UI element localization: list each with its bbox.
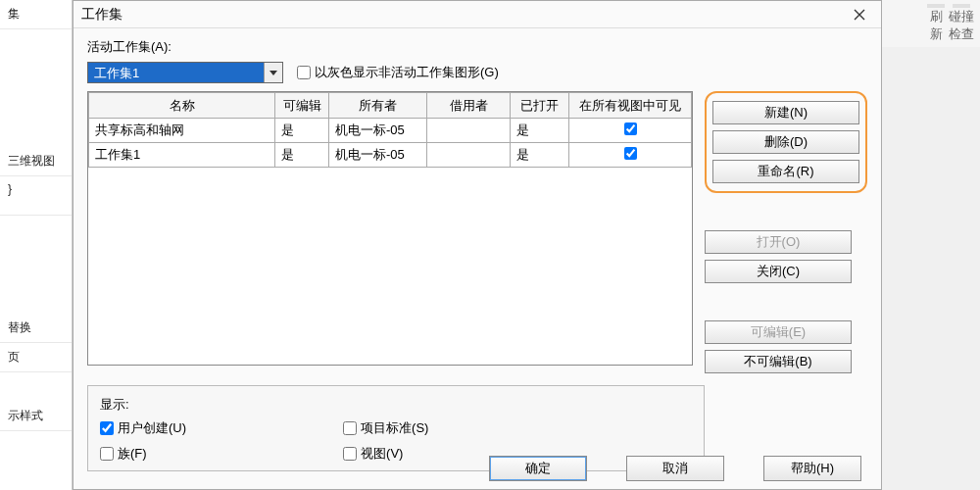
gray-nonactive-label: 以灰色显示非活动工作集图形(G) [315,64,499,81]
table-row[interactable]: 工作集1 是 机电一标-05 是 [89,143,692,168]
bg-item: } [0,176,72,216]
noneditable-button[interactable]: 不可编辑(B) [705,350,852,373]
cell-borrower [427,119,511,143]
col-visible[interactable]: 在所有视图中可见 [569,93,692,119]
open-button[interactable]: 打开(O) [705,230,852,254]
table-row[interactable]: 共享标高和轴网 是 机电一标-05 是 [89,119,692,143]
display-title: 显示: [100,396,692,414]
dialog-footer: 确定 取消 帮助(H) [489,456,861,481]
cell-editable: 是 [275,119,329,143]
bg-item: 示样式 [0,402,72,431]
close-icon [854,9,865,21]
delete-button[interactable]: 删除(D) [712,130,859,154]
editable-button[interactable]: 可编辑(E) [705,320,852,344]
dialog-title: 工作集 [81,6,122,24]
gray-nonactive-input[interactable] [297,66,311,79]
cell-name: 共享标高和轴网 [89,119,275,143]
cell-opened: 是 [511,143,569,168]
visible-checkbox[interactable] [624,147,637,160]
ribbon-item-check: 碰撞检查 [949,4,974,43]
table-header-row: 名称 可编辑 所有者 借用者 已打开 在所有视图中可见 [89,93,692,119]
worksets-table: 名称 可编辑 所有者 借用者 已打开 在所有视图中可见 共享标高和轴网 是 机电 [87,91,693,366]
gray-nonactive-checkbox[interactable]: 以灰色显示非活动工作集图形(G) [297,64,499,81]
rename-button[interactable]: 重命名(R) [712,160,859,183]
active-workset-label: 活动工作集(A): [87,38,867,56]
bg-item: 替换 [0,314,72,343]
close-button-side[interactable]: 关闭(C) [705,260,852,283]
cell-opened: 是 [511,119,569,143]
col-borrower[interactable]: 借用者 [427,93,511,119]
cell-visible[interactable] [569,143,692,168]
side-button-panel: 新建(N) 删除(D) 重命名(R) 打开(O) 关闭(C) 可编辑(E) 不可… [705,91,867,373]
col-name[interactable]: 名称 [89,93,275,119]
chk-views[interactable]: 视图(V) [343,445,428,463]
worksets-dialog: 工作集 活动工作集(A): 工作集1 以灰色显示非活动工作集图形(G) [73,0,882,490]
chk-families[interactable]: 族(F) [100,445,186,463]
cell-editable: 是 [275,143,329,168]
new-button[interactable]: 新建(N) [712,101,859,124]
cell-visible[interactable] [569,119,692,143]
ribbon-item-refresh: 刷新 [927,4,945,43]
help-button[interactable]: 帮助(H) [763,456,861,481]
chk-proj-std[interactable]: 项目标准(S) [343,419,428,437]
close-button[interactable] [846,5,873,24]
callout-highlight: 新建(N) 删除(D) 重命名(R) [705,91,867,193]
bg-sidebar: 集 三维视图 } 替换 页 示样式 [0,0,73,490]
active-workset-combo[interactable]: 工作集1 [87,62,283,83]
bg-item: 页 [0,343,72,372]
cancel-button[interactable]: 取消 [626,456,724,481]
col-opened[interactable]: 已打开 [511,93,569,119]
ok-button[interactable]: 确定 [489,456,587,481]
bg-ribbon: 刷新 碰撞检查 [882,0,980,47]
cell-owner: 机电一标-05 [329,143,427,168]
bg-item: 集 [0,0,72,29]
cell-name: 工作集1 [89,143,275,168]
cell-owner: 机电一标-05 [329,119,427,143]
col-owner[interactable]: 所有者 [329,93,427,119]
bg-item: 三维视图 [0,147,72,176]
chk-user-created[interactable]: 用户创建(U) [100,419,186,437]
cell-borrower [427,143,511,168]
titlebar: 工作集 [74,1,881,28]
visible-checkbox[interactable] [624,122,637,135]
col-editable[interactable]: 可编辑 [275,93,329,119]
